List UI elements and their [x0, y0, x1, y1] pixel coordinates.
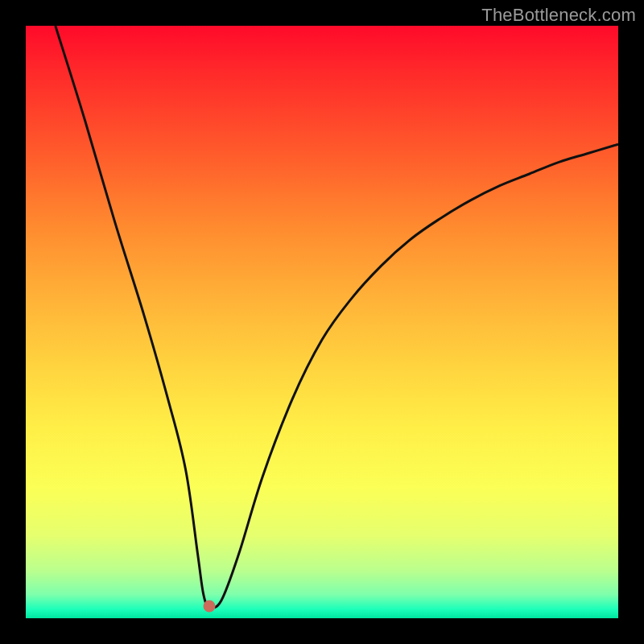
chart-frame: TheBottleneck.com — [0, 0, 644, 644]
plot-area — [26, 26, 618, 618]
bottleneck-curve — [26, 26, 618, 618]
minimum-marker-dot — [204, 601, 216, 613]
watermark-text: TheBottleneck.com — [481, 5, 636, 26]
curve-path — [56, 26, 618, 608]
